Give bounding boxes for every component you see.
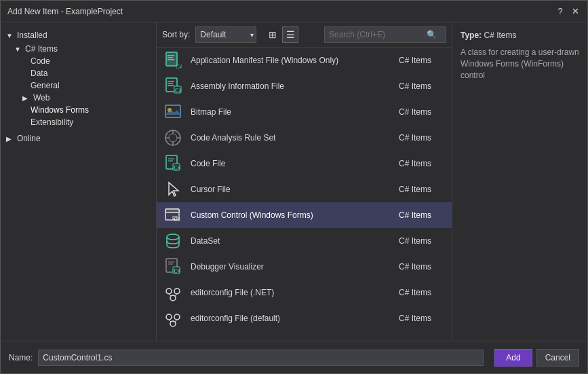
csharp-items-section: ▼ C# Items Code Data General ▶ Web [1, 41, 156, 130]
svg-rect-3 [168, 57, 173, 58]
svg-text:C#: C# [176, 64, 182, 70]
item-name: Debugger Visualizer [191, 262, 399, 272]
item-category: C# Items [399, 56, 446, 65]
item-name: editorconfig File (.NET) [191, 288, 399, 297]
item-category: C# Items [399, 159, 446, 168]
assembly-icon: C# [162, 75, 184, 97]
svg-text:C#: C# [174, 165, 180, 171]
name-label: Name: [9, 353, 33, 362]
item-row-selected[interactable]: C# Custom Control (Windows Forms) C# Ite… [157, 202, 452, 228]
titlebar-buttons: ? ✕ [555, 6, 581, 16]
titlebar: Add New Item - ExampleProject ? ✕ [1, 1, 587, 22]
dialog-title: Add New Item - ExampleProject [7, 7, 123, 16]
editorconfig-net-icon [162, 282, 184, 303]
type-description: A class for creating a user-drawn Window… [460, 47, 579, 81]
sidebar-item-general[interactable]: General [1, 79, 156, 92]
sidebar-item-data[interactable]: Data [1, 67, 156, 79]
grid-view-button[interactable]: ⊞ [264, 26, 281, 43]
sidebar-item-web[interactable]: ▶ Web [1, 92, 156, 104]
item-row[interactable]: DataSet C# Items [157, 228, 452, 254]
item-name: DataSet [191, 236, 399, 246]
svg-point-40 [174, 288, 180, 294]
close-button[interactable]: ✕ [570, 6, 581, 16]
sidebar-item-extensibility[interactable]: Extensibility [1, 116, 156, 128]
csharp-items-label: C# Items [25, 44, 58, 54]
item-category: C# Items [399, 288, 446, 297]
item-row[interactable]: Cursor File C# Items [157, 176, 452, 202]
csharp-items-header[interactable]: ▼ C# Items [1, 43, 156, 55]
dataset-icon [162, 230, 184, 252]
custom-control-icon: C# [162, 204, 184, 226]
svg-point-32 [167, 234, 179, 240]
svg-point-43 [170, 321, 176, 326]
cancel-button[interactable]: Cancel [536, 349, 579, 367]
item-row[interactable]: Bitmap File C# Items [157, 99, 452, 125]
manifest-icon: C# [162, 50, 184, 71]
type-label: Type: [460, 31, 482, 40]
item-category: C# Items [399, 185, 446, 194]
main-content: ▼ Installed ▼ C# Items Code Data Ge [1, 22, 587, 341]
code-analysis-icon [162, 127, 184, 149]
search-wrapper: 🔍 [324, 26, 446, 43]
item-category: C# Items [399, 133, 446, 143]
center-panel: Sort by: Default Name Type ⊞ ☰ 🔍 [157, 22, 452, 341]
svg-point-38 [170, 295, 176, 301]
code-file-icon: C# [162, 153, 184, 174]
item-name: editorconfig File (default) [191, 314, 399, 323]
web-arrow: ▶ [22, 94, 31, 102]
item-row[interactable]: editorconfig File (.NET) C# Items [157, 280, 452, 305]
svg-text:C#: C# [175, 88, 182, 94]
toolbar: Sort by: Default Name Type ⊞ ☰ 🔍 [157, 22, 452, 48]
sort-select[interactable]: Default Name Type [195, 26, 256, 43]
item-row[interactable]: C# Debugger Visualizer C# Items [157, 254, 452, 280]
svg-rect-4 [168, 59, 174, 60]
svg-rect-9 [168, 85, 174, 86]
item-row[interactable]: editorconfig File (default) C# Items [157, 305, 452, 331]
item-row[interactable]: C# Assembly Information File C# Items [157, 73, 452, 99]
item-category: C# Items [399, 81, 446, 91]
svg-text:C#: C# [174, 217, 180, 223]
svg-rect-8 [168, 83, 173, 84]
editorconfig-default-icon [162, 307, 184, 329]
items-list: C# Application Manifest File (Windows On… [157, 48, 452, 341]
bottom-bar: Name: Add Cancel [1, 341, 587, 373]
search-input[interactable] [325, 27, 427, 42]
type-value: C# Items [484, 31, 516, 40]
list-view-button[interactable]: ☰ [282, 26, 298, 43]
installed-arrow: ▼ [6, 32, 14, 39]
sort-select-wrapper: Default Name Type [195, 26, 256, 43]
svg-point-45 [174, 314, 180, 320]
svg-rect-7 [168, 81, 174, 82]
help-button[interactable]: ? [555, 6, 566, 16]
svg-marker-26 [169, 183, 178, 196]
online-header[interactable]: ▶ Online [1, 132, 156, 145]
online-section: ▶ Online [1, 131, 156, 146]
item-row[interactable]: C# Code File C# Items [157, 151, 452, 176]
view-buttons: ⊞ ☰ [264, 26, 298, 43]
sidebar-item-code[interactable]: Code [1, 55, 156, 67]
sidebar-item-windows-forms[interactable]: Windows Forms [1, 104, 156, 116]
item-name: Code Analysis Rule Set [191, 133, 399, 143]
item-category: C# Items [399, 314, 446, 323]
installed-label: Installed [17, 31, 47, 40]
online-arrow: ▶ [6, 135, 14, 143]
svg-rect-12 [165, 105, 180, 117]
item-row[interactable]: C# Application Manifest File (Windows On… [157, 48, 452, 73]
type-row: Type: C# Items [460, 31, 579, 40]
sort-label: Sort by: [162, 30, 190, 39]
item-name: Custom Control (Windows Forms) [191, 210, 399, 220]
svg-point-16 [169, 134, 177, 142]
item-category: C# Items [399, 236, 446, 246]
add-button[interactable]: Add [494, 349, 532, 367]
online-label: Online [17, 134, 41, 143]
installed-header[interactable]: ▼ Installed [1, 29, 156, 41]
item-category: C# Items [399, 262, 446, 272]
add-new-item-dialog: Add New Item - ExampleProject ? ✕ ▼ Inst… [0, 0, 588, 374]
svg-text:C#: C# [174, 268, 180, 274]
name-input[interactable] [38, 350, 484, 366]
debugger-icon: C# [162, 256, 184, 278]
installed-section: ▼ Installed ▼ C# Items Code Data Ge [1, 28, 156, 131]
item-category: C# Items [399, 107, 446, 117]
item-row[interactable]: Code Analysis Rule Set C# Items [157, 125, 452, 151]
bitmap-icon [162, 101, 184, 123]
